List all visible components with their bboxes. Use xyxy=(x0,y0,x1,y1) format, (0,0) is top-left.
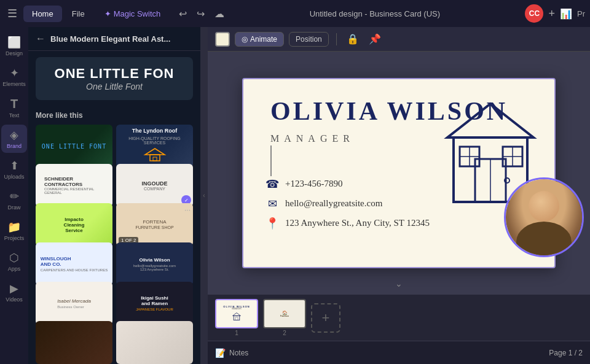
vertical-divider xyxy=(270,145,272,176)
home-tab[interactable]: Home xyxy=(23,6,62,22)
sidebar-item-brand[interactable]: ◈ Brand xyxy=(1,125,27,153)
color-swatch[interactable] xyxy=(215,32,230,47)
undo-button[interactable]: ↩ xyxy=(175,6,191,22)
phone-icon: ☎ xyxy=(266,177,279,191)
topbar: ☰ Home File ✦ Magic Switch ↩ ↪ ☁ Untitle… xyxy=(0,0,590,27)
template-card-roofing[interactable]: The Lyndon Roof HIGH-QUALITY ROOFING SER… xyxy=(116,125,193,168)
sidebar-item-text[interactable]: T Text xyxy=(1,93,27,122)
toolbar-separator xyxy=(336,33,337,45)
template-card-dark-green[interactable]: ONE LITTLE FONT xyxy=(36,125,112,168)
bottom-bar: 📝 Notes Page 1 / 2 xyxy=(208,341,590,364)
page-indicator: Page 1 / 2 xyxy=(549,349,583,357)
notes-label: Notes xyxy=(229,349,248,357)
magic-switch-btn[interactable]: ✦ Magic Switch xyxy=(97,6,168,22)
location-icon: 📍 xyxy=(266,217,279,230)
brand-icon: ◈ xyxy=(10,128,18,142)
sidebar-item-projects[interactable]: 📁 Projects xyxy=(1,217,27,245)
panel-header: ← Blue Modern Elegant Real Ast... xyxy=(28,27,200,51)
pages-strip: OLIVIA WILSON MANAGER 1 🏠 Fra xyxy=(208,294,590,341)
chevron-left-icon: ‹ xyxy=(203,192,205,199)
present-button[interactable]: Pr xyxy=(577,9,585,18)
avatar[interactable]: CC xyxy=(525,4,543,23)
template-card-cleaning[interactable]: ImpactoCleaningService xyxy=(36,203,112,246)
page-2-number: 2 xyxy=(283,330,286,336)
webcam-overlay xyxy=(504,177,584,257)
canvas-area: ◎ Animate Position 🔒 📌 OLIVIA WILSON MAN… xyxy=(208,27,590,364)
contact-info: ☎ +123-456-7890 ✉ hello@reallygreatsite.… xyxy=(266,177,430,236)
template-card-more2[interactable] xyxy=(116,321,193,364)
page-thumb-1[interactable]: OLIVIA WILSON MANAGER 1 xyxy=(215,299,258,336)
template-card-contractors[interactable]: SCHNEIDERCONTRACTORS COMMERCIAL RESIDENT… xyxy=(36,164,112,207)
template-card-winslough[interactable]: WINSLOUGHAND CO. CARPENTERS AND HOUSE FI… xyxy=(36,242,112,285)
page-thumb-2-image[interactable]: 🏠 Francisco xyxy=(263,299,306,328)
svg-marker-3 xyxy=(447,104,533,137)
phone-text: +123-456-7890 xyxy=(285,179,342,189)
position-button[interactable]: Position xyxy=(289,32,329,47)
add-page-button[interactable]: + xyxy=(311,303,340,333)
template-card-more1[interactable] xyxy=(36,321,112,364)
font-preview: ONE LITTLE FON One Little Font xyxy=(36,57,193,100)
cloud-icon: ☁ xyxy=(214,8,224,20)
sidebar-item-design[interactable]: ⬜ Design xyxy=(1,32,27,60)
notes-button[interactable]: 📝 Notes xyxy=(215,348,248,358)
document-title: Untitled design - Business Card (US) xyxy=(228,9,521,18)
star-icon: ✦ xyxy=(104,9,111,18)
apps-icon: ⬡ xyxy=(9,251,19,265)
animate-icon: ◎ xyxy=(242,35,248,44)
svg-rect-16 xyxy=(235,317,238,320)
svg-rect-1 xyxy=(150,155,160,161)
template-card-ikigai[interactable]: Ikigai Sushiand Ramen JAPANESE FLAVOUR xyxy=(116,282,193,325)
person-title: MANAGER xyxy=(270,133,355,144)
sidebar-item-draw[interactable]: ✏ Draw xyxy=(1,186,27,214)
sidebar-item-uploads[interactable]: ⬆ Uploads xyxy=(1,155,27,184)
collapse-handle[interactable]: ‹ xyxy=(200,27,208,364)
draw-icon: ✏ xyxy=(10,190,19,203)
back-button[interactable]: ← xyxy=(36,33,45,44)
email-icon: ✉ xyxy=(266,197,279,211)
chart-icon[interactable]: 📊 xyxy=(560,8,572,20)
email-row: ✉ hello@reallygreatsite.com xyxy=(266,197,430,211)
sidebar-item-apps[interactable]: ⬡ Apps xyxy=(1,247,27,276)
sidebar-item-elements[interactable]: ✦ Elements xyxy=(1,63,27,91)
page-1-number: 1 xyxy=(235,330,238,336)
email-text: hello@reallygreatsite.com xyxy=(285,198,382,209)
canvas-scroll[interactable]: OLIVIA WILSON MANAGER ☎ +123-456-7890 ✉ … xyxy=(208,52,590,294)
font-preview-line2: One Little Font xyxy=(86,82,143,91)
svg-marker-0 xyxy=(145,149,165,155)
lock-icon-button[interactable]: 🔒 xyxy=(344,31,361,47)
pin-icon-button[interactable]: 📌 xyxy=(366,31,384,47)
hamburger-icon[interactable]: ☰ xyxy=(5,4,20,23)
chevron-down-container[interactable]: ⌄ xyxy=(395,278,403,289)
design-icon: ⬜ xyxy=(7,36,21,49)
more-like-this-label: More like this xyxy=(28,106,200,125)
icon-bar: ⬜ Design ✦ Elements T Text ◈ Brand ⬆ Upl… xyxy=(0,27,28,364)
svg-marker-14 xyxy=(233,312,241,316)
webcam-person xyxy=(506,179,582,255)
font-preview-line1: ONE LITTLE FON xyxy=(55,66,175,82)
template-card-isabel[interactable]: Isabel Mercada Business Owner xyxy=(36,282,112,325)
uploads-icon: ⬆ xyxy=(10,159,19,172)
template-grid: ONE LITTLE FONT The Lyndon Roof HIGH-QUA… xyxy=(28,125,200,364)
add-button[interactable]: + xyxy=(548,7,555,20)
animate-button[interactable]: ◎ Animate xyxy=(235,32,284,47)
page-thumb-2[interactable]: 🏠 Francisco 2 xyxy=(263,299,306,336)
redo-button[interactable]: ↪ xyxy=(193,6,208,22)
page-thumb-1-image[interactable]: OLIVIA WILSON MANAGER xyxy=(215,299,258,328)
text-icon: T xyxy=(10,97,18,111)
svg-rect-2 xyxy=(153,157,157,161)
file-tab[interactable]: File xyxy=(63,6,93,22)
panel-title: Blue Modern Elegant Real Ast... xyxy=(50,34,193,44)
svg-rect-15 xyxy=(234,316,240,320)
address-row: 📍 123 Anywhere St., Any City, ST 12345 xyxy=(266,217,430,230)
projects-icon: 📁 xyxy=(7,220,21,234)
phone-row: ☎ +123-456-7890 xyxy=(266,177,430,191)
sidebar-item-videos[interactable]: ▶ Videos xyxy=(1,278,27,306)
more-options-icon[interactable]: ··· xyxy=(184,206,191,214)
notes-icon: 📝 xyxy=(215,348,226,358)
template-card-ingoude[interactable]: INGOUDE COMPANY ✓ xyxy=(116,164,193,207)
template-card-olivia[interactable]: Olivia Wilson hello@reallygreatsite.com … xyxy=(116,242,193,285)
videos-icon: ▶ xyxy=(10,282,18,295)
template-card-furniture[interactable]: FORTENAFURNITURE SHOP 1 OF 2 ··· xyxy=(116,203,193,246)
address-text: 123 Anywhere St., Any City, ST 12345 xyxy=(285,218,430,228)
chevron-down-icon: ⌄ xyxy=(395,279,403,288)
